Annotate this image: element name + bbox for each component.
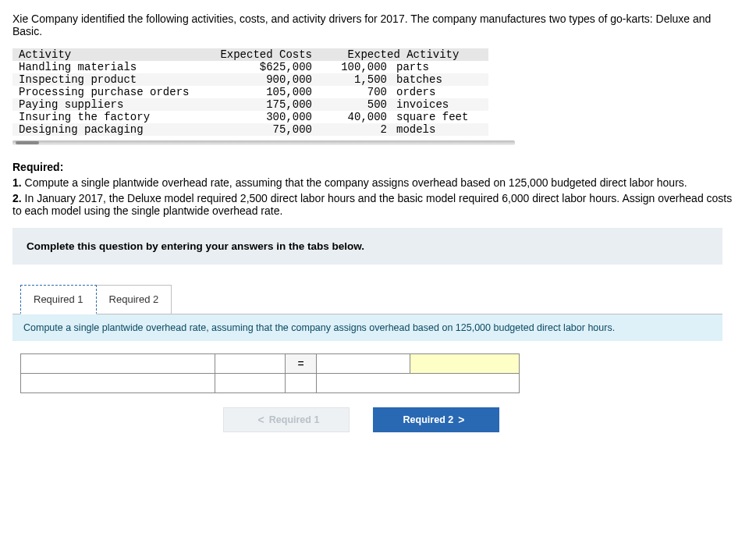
answer-grid: = — [20, 353, 520, 393]
next-button-label: Required 2 — [403, 414, 454, 425]
table-cell: Designing packaging — [12, 123, 204, 136]
table-cell: 40,000 — [318, 111, 393, 123]
table-cell: 100,000 — [318, 61, 393, 73]
chevron-right-icon: > — [453, 414, 469, 426]
required-1-number: 1. — [12, 176, 22, 189]
required-2-number: 2. — [12, 192, 22, 204]
table-cell: 105,000 — [204, 86, 318, 98]
problem-intro: Xie Company identified the following act… — [12, 12, 744, 37]
answer-input-r2c3[interactable] — [317, 375, 519, 392]
activity-cost-table: Activity Expected Costs Expected Activit… — [12, 48, 488, 136]
col-header-activity-driver: Expected Activity — [318, 48, 488, 61]
col-header-costs: Expected Costs — [204, 48, 318, 61]
table-cell: Inspecting product — [12, 73, 204, 86]
table-cell: Insuring the factory — [12, 111, 204, 123]
equals-sign: = — [285, 354, 317, 374]
required-2-text: In January 2017, the Deluxe model requir… — [12, 192, 732, 217]
table-cell: $625,000 — [204, 61, 318, 73]
prev-button-label: Required 1 — [269, 414, 320, 425]
chevron-left-icon: < — [254, 414, 269, 426]
table-cell: 175,000 — [204, 98, 318, 111]
required-1-text: Compute a single plantwide overhead rate… — [22, 176, 687, 189]
table-cell: 2 — [318, 123, 393, 136]
answer-input-r2c2[interactable] — [215, 375, 285, 392]
tab-prompt-text: Compute a single plantwide overhead rate… — [12, 314, 722, 341]
table-cell: 75,000 — [204, 123, 318, 136]
table-cell: square feet — [393, 111, 488, 123]
answer-input-r1c4[interactable] — [410, 355, 519, 372]
table-cell: invoices — [393, 98, 488, 111]
prev-required-button[interactable]: < Required 1 — [223, 407, 350, 432]
table-cell: 700 — [318, 86, 393, 98]
table-cell: Paying suppliers — [12, 98, 204, 111]
next-required-button[interactable]: Required 2 > — [373, 407, 499, 432]
answer-input-r1c2[interactable] — [215, 355, 285, 372]
table-cell: Handling materials — [12, 61, 204, 73]
answer-input-r1c1[interactable] — [21, 355, 215, 372]
table-cell: Processing purchase orders — [12, 86, 204, 98]
required-section: Required: 1. Compute a single plantwide … — [12, 161, 744, 217]
table-cell: orders — [393, 86, 488, 98]
table-cell: 900,000 — [204, 73, 318, 86]
answer-input-r1c3[interactable] — [317, 355, 410, 372]
tab-required-1[interactable]: Required 1 — [20, 285, 97, 314]
tab-required-2[interactable]: Required 2 — [97, 285, 172, 314]
tab-bar: Required 1 Required 2 — [20, 285, 722, 314]
table-cell: batches — [393, 73, 488, 86]
table-cell: 500 — [318, 98, 393, 111]
horizontal-scrollbar[interactable] — [12, 140, 515, 145]
required-heading: Required: — [12, 161, 63, 173]
answer-input-r2c1[interactable] — [21, 375, 215, 392]
col-header-activity: Activity — [12, 48, 204, 61]
blank-cell — [285, 374, 317, 393]
table-cell: models — [393, 123, 488, 136]
table-cell: 300,000 — [204, 111, 318, 123]
table-cell: parts — [393, 61, 488, 73]
instruction-banner: Complete this question by entering your … — [12, 228, 722, 265]
table-cell: 1,500 — [318, 73, 393, 86]
